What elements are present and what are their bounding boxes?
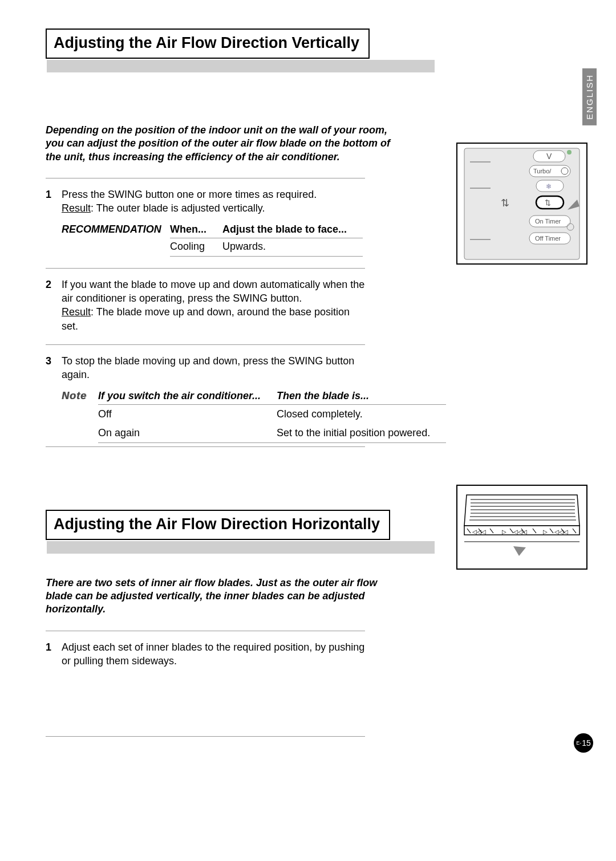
figure-unit: ◁◁◁ ▷ ◁◁◁ ▷ ◁◁◁ <box>456 485 587 572</box>
rec-header-when: When... <box>170 224 222 238</box>
note-cell: Set to the initial position powered. <box>277 424 446 443</box>
svg-text:Turbo/: Turbo/ <box>533 168 552 174</box>
svg-text:▷: ▷ <box>502 529 506 535</box>
step-text: Adjust each set of inner blades to the r… <box>62 641 364 667</box>
note-label: Note <box>62 390 98 443</box>
step-number: 1 <box>46 640 62 668</box>
step-1-horizontal: 1 Adjust each set of inner blades to the… <box>46 640 365 668</box>
svg-text:◁◁◁: ◁◁◁ <box>472 529 486 535</box>
step-text: If you want the blade to move up and dow… <box>62 279 364 304</box>
step-2: 2 If you want the blade to move up and d… <box>46 278 365 333</box>
intro-text-horizontal: There are two sets of inner air flow bla… <box>46 576 399 616</box>
svg-text:▷: ▷ <box>543 529 548 535</box>
step-number: 3 <box>46 354 62 382</box>
svg-point-6 <box>567 150 572 155</box>
figure-remote: ⇅ V Turbo/ ❄ ⇅ On Timer Off Timer <box>456 143 587 267</box>
intro-text-vertical: Depending on the position of the indoor … <box>46 124 399 164</box>
page-prefix: E- <box>576 740 581 746</box>
rec-cell-adjust: Upwards. <box>222 238 363 256</box>
result-text: : The blade move up and down, around the… <box>62 306 350 331</box>
rec-header-adjust: Adjust the blade to face... <box>222 224 363 238</box>
step-1: 1 Press the SWING button one or more tim… <box>46 188 365 216</box>
svg-text:V: V <box>546 152 552 161</box>
step-text: Press the SWING button one or more times… <box>62 189 317 200</box>
svg-text:◁◁◁: ◁◁◁ <box>554 529 568 535</box>
result-label: Result <box>62 202 91 214</box>
svg-text:⇅: ⇅ <box>545 198 551 207</box>
svg-text:❄: ❄ <box>546 182 552 190</box>
note-table: If you switch the air conditioner... The… <box>98 390 446 443</box>
step-number: 1 <box>46 188 62 216</box>
step-number: 2 <box>46 278 62 333</box>
note-cell: Closed completely. <box>277 404 446 424</box>
result-label: Result <box>62 306 91 318</box>
svg-text:Off Timer: Off Timer <box>535 235 561 242</box>
note-header-2: Then the blade is... <box>277 390 446 405</box>
page-number-badge: E-15 <box>574 733 593 753</box>
svg-text:On Timer: On Timer <box>535 218 561 225</box>
note-header-1: If you switch the air conditioner... <box>98 390 277 405</box>
note-cell: Off <box>98 404 277 424</box>
section-title-vertical: Adjusting the Air Flow Direction Vertica… <box>46 29 370 59</box>
note-cell: On again <box>98 424 277 443</box>
result-text: : The outer blade is adjusted vertically… <box>91 202 265 214</box>
page-number: 15 <box>582 738 591 748</box>
section-title-horizontal: Adjusting the Air Flow Direction Horizon… <box>46 510 390 540</box>
svg-text:◁◁◁: ◁◁◁ <box>513 529 527 535</box>
recommendation-label: RECOMMENDATION <box>62 224 170 257</box>
rec-cell-when: Cooling <box>170 238 222 256</box>
language-tab: ENGLISH <box>582 68 597 125</box>
heading-shadow <box>47 541 435 554</box>
step-text: To stop the blade moving up and down, pr… <box>62 355 354 380</box>
step-3: 3 To stop the blade moving up and down, … <box>46 354 365 382</box>
recommendation-table: When... Adjust the blade to face... Cool… <box>170 224 363 257</box>
svg-text:⇅: ⇅ <box>501 197 509 209</box>
heading-shadow <box>47 60 435 72</box>
